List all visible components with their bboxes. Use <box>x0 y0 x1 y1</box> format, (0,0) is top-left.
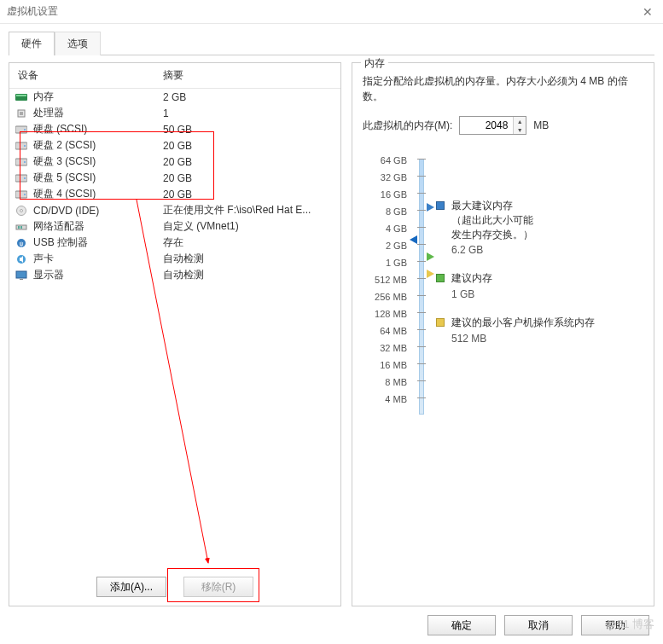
tab-hardware[interactable]: 硬件 <box>9 32 55 55</box>
dialog-button-row: 确定 取消 帮助 <box>9 606 654 635</box>
window-title: 虚拟机设置 <box>7 4 58 19</box>
hardware-row[interactable]: CD/DVD (IDE)正在使用文件 F:\iso\Red Hat E... <box>9 202 340 218</box>
hardware-row[interactable]: 硬盘 (SCSI)50 GB <box>9 121 340 137</box>
column-device: 设备 <box>9 63 154 88</box>
memory-input-label: 此虚拟机的内存(M): <box>363 119 452 133</box>
svg-rect-23 <box>20 279 23 280</box>
memory-tick-label: 16 MB <box>363 357 407 374</box>
device-name: 硬盘 2 (SCSI) <box>33 138 96 153</box>
hardware-list-panel: 设备 摘要 内存2 GB处理器1硬盘 (SCSI)50 GB硬盘 2 (SCSI… <box>9 62 341 606</box>
memory-tick-label: 2 GB <box>363 237 407 254</box>
disk-icon <box>15 140 28 152</box>
tab-options[interactable]: 选项 <box>55 32 101 55</box>
hardware-row[interactable]: 硬盘 3 (SCSI)20 GB <box>9 154 340 170</box>
device-name: USB 控制器 <box>33 235 88 250</box>
marker-current-icon <box>410 235 417 244</box>
svg-point-5 <box>24 129 26 131</box>
device-summary: 20 GB <box>154 189 340 200</box>
network-icon <box>15 221 28 233</box>
device-name: CD/DVD (IDE) <box>33 205 99 217</box>
column-summary: 摘要 <box>154 63 340 88</box>
svg-point-15 <box>20 209 23 212</box>
memory-tick-label: 128 MB <box>363 305 407 322</box>
device-summary: 2 GB <box>154 91 340 103</box>
add-button[interactable]: 添加(A)... <box>96 577 166 597</box>
remove-button[interactable]: 移除(R) <box>183 577 253 597</box>
device-summary: 20 GB <box>154 172 340 184</box>
legend-min: 建议的最小客户机操作系统内存 512 MB <box>436 316 643 346</box>
memory-unit: MB <box>533 119 549 131</box>
memory-spinner[interactable]: ▲ ▼ <box>459 116 526 135</box>
hardware-row[interactable]: 内存2 GB <box>9 89 340 105</box>
help-button[interactable]: 帮助 <box>581 615 649 635</box>
close-icon[interactable]: ✕ <box>639 5 656 19</box>
memory-description: 指定分配给此虚拟机的内存量。内存大小必须为 4 MB 的倍数。 <box>363 73 643 104</box>
legend-max: 最大建议内存 （超出此大小可能 发生内存交换。） 6.2 GB <box>436 199 643 258</box>
svg-point-9 <box>24 161 26 163</box>
svg-rect-18 <box>20 226 22 229</box>
device-name: 硬盘 3 (SCSI) <box>33 154 96 169</box>
device-name: 硬盘 5 (SCSI) <box>33 171 96 185</box>
spinner-down-icon[interactable]: ▼ <box>514 125 526 134</box>
marker-max-icon <box>427 203 434 212</box>
square-icon <box>436 318 445 327</box>
memory-tick-label: 16 GB <box>363 186 407 203</box>
device-summary: 自定义 (VMnet1) <box>154 219 340 234</box>
sound-icon <box>15 253 28 265</box>
svg-rect-1 <box>16 95 26 96</box>
memory-tick-label: 32 MB <box>363 339 407 357</box>
memory-tick-label: 4 MB <box>363 391 407 408</box>
svg-rect-3 <box>20 112 23 115</box>
ok-button[interactable]: 确定 <box>427 615 496 635</box>
device-name: 硬盘 (SCSI) <box>33 122 87 136</box>
hardware-row[interactable]: ψUSB 控制器存在 <box>9 235 340 251</box>
hardware-row[interactable]: 显示器自动检测 <box>9 267 340 283</box>
memory-tick-label: 64 MB <box>363 322 407 339</box>
memory-visualizer: 64 GB32 GB16 GB8 GB4 GB2 GB1 GB512 MB256… <box>363 152 643 408</box>
disk-icon <box>15 172 28 184</box>
memory-tick-label: 4 GB <box>363 220 407 237</box>
memory-input[interactable] <box>460 117 513 134</box>
memory-tick-label: 512 MB <box>363 271 407 288</box>
tab-strip: 硬件 选项 <box>9 31 654 55</box>
cd-icon <box>15 205 28 217</box>
svg-text:ψ: ψ <box>20 241 24 247</box>
device-name: 硬盘 4 (SCSI) <box>33 187 96 201</box>
memory-tick-label: 8 GB <box>363 203 407 220</box>
device-name: 网络适配器 <box>33 219 84 234</box>
disk-icon <box>15 189 28 200</box>
disk-icon <box>15 124 28 136</box>
svg-point-11 <box>24 177 26 179</box>
hardware-row[interactable]: 处理器1 <box>9 105 340 121</box>
hardware-row[interactable]: 硬盘 5 (SCSI)20 GB <box>9 170 340 186</box>
hardware-columns: 设备 摘要 <box>9 63 340 89</box>
hardware-row[interactable]: 硬盘 4 (SCSI)20 GB <box>9 186 340 202</box>
device-summary: 存在 <box>154 235 340 250</box>
hardware-row[interactable]: 声卡自动检测 <box>9 251 340 267</box>
hardware-row[interactable]: 网络适配器自定义 (VMnet1) <box>9 218 340 235</box>
device-summary: 自动检测 <box>154 252 340 266</box>
hardware-list[interactable]: 内存2 GB处理器1硬盘 (SCSI)50 GB硬盘 2 (SCSI)20 GB… <box>9 89 340 569</box>
svg-point-13 <box>24 194 26 195</box>
memory-tick-label: 32 GB <box>363 169 407 186</box>
marker-min-icon <box>427 270 434 278</box>
hardware-row[interactable]: 硬盘 2 (SCSI)20 GB <box>9 137 340 154</box>
device-summary: 1 <box>154 107 340 119</box>
spinner-up-icon[interactable]: ▲ <box>514 117 526 125</box>
device-name: 声卡 <box>33 252 54 266</box>
memory-icon <box>15 91 28 103</box>
titlebar: 虚拟机设置 ✕ <box>0 0 663 24</box>
square-icon <box>436 274 445 282</box>
memory-panel-title: 内存 <box>361 56 388 71</box>
memory-tick-label: 64 GB <box>363 152 407 169</box>
disk-icon <box>15 156 28 168</box>
svg-rect-22 <box>16 271 26 278</box>
cancel-button[interactable]: 取消 <box>504 615 573 635</box>
device-summary: 20 GB <box>154 156 340 168</box>
device-summary: 50 GB <box>154 124 340 136</box>
device-name: 内存 <box>33 90 54 104</box>
usb-icon: ψ <box>15 237 28 249</box>
device-name: 显示器 <box>33 268 64 282</box>
memory-bar[interactable] <box>412 152 431 408</box>
svg-rect-17 <box>18 226 20 229</box>
